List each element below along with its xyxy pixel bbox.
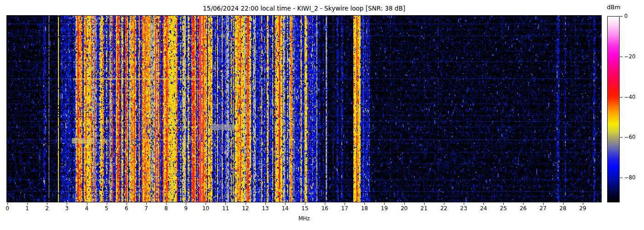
x-tick-mark: [246, 203, 246, 205]
x-tick-label: 27: [536, 205, 550, 212]
x-tick-mark: [186, 203, 186, 205]
plot-area: [6, 15, 602, 202]
x-tick-mark: [87, 203, 87, 205]
x-tick-label: 7: [139, 205, 153, 212]
colorbar-tick-label: −20: [624, 53, 643, 60]
x-tick-label: 18: [357, 205, 371, 212]
x-tick-mark: [27, 203, 28, 205]
colorbar-tick-label: −40: [624, 94, 643, 100]
x-tick-mark: [47, 203, 47, 205]
x-axis-label: MHz: [258, 215, 350, 222]
colorbar: [607, 16, 620, 202]
x-tick-label: 22: [437, 205, 451, 212]
x-tick-label: 13: [259, 205, 272, 212]
x-tick-mark: [583, 203, 583, 205]
x-tick-mark: [7, 203, 8, 205]
x-tick-label: 10: [199, 205, 213, 212]
x-tick-label: 19: [377, 205, 391, 212]
x-tick-mark: [265, 203, 266, 205]
x-tick-mark: [206, 203, 206, 205]
x-tick-mark: [404, 203, 405, 205]
x-tick-mark: [483, 203, 484, 205]
x-tick-mark: [503, 203, 504, 205]
x-tick-mark: [424, 203, 425, 205]
colorbar-gradient: [608, 17, 619, 202]
colorbar-tick-mark: [620, 178, 622, 178]
x-tick-label: 15: [298, 205, 312, 212]
x-tick-label: 23: [457, 205, 471, 212]
colorbar-tick-label: −60: [624, 134, 643, 140]
waterfall-canvas: [6, 15, 602, 202]
colorbar-tick-label: −80: [624, 174, 643, 181]
x-tick-label: 25: [496, 205, 510, 212]
x-tick-mark: [543, 203, 544, 205]
x-tick-mark: [67, 203, 67, 205]
x-tick-label: 4: [80, 205, 94, 212]
x-tick-label: 20: [397, 205, 411, 212]
x-tick-label: 1: [20, 205, 34, 212]
x-tick-label: 12: [239, 205, 253, 212]
x-tick-label: 28: [556, 205, 570, 212]
spectrogram-chart: 15/06/2024 22:00 local time - KIWI_2 - S…: [0, 0, 644, 230]
colorbar-tick-label: 0: [624, 13, 643, 19]
colorbar-tick-mark: [620, 137, 622, 138]
x-tick-label: 9: [179, 205, 193, 212]
x-tick-mark: [384, 203, 385, 205]
x-tick-mark: [166, 203, 167, 205]
x-tick-label: 11: [218, 205, 232, 212]
x-tick-label: 5: [100, 205, 114, 212]
x-tick-label: 29: [576, 205, 590, 212]
x-tick-label: 26: [516, 205, 530, 212]
x-tick-label: 17: [338, 205, 351, 212]
x-tick-mark: [523, 203, 523, 205]
x-tick-label: 24: [477, 205, 490, 212]
x-tick-label: 21: [417, 205, 431, 212]
x-tick-mark: [364, 203, 365, 205]
x-tick-label: 3: [60, 205, 74, 212]
x-tick-mark: [345, 203, 345, 205]
colorbar-title: dBm: [601, 4, 627, 11]
x-tick-label: 8: [159, 205, 173, 212]
x-tick-label: 0: [0, 205, 14, 212]
x-tick-mark: [126, 203, 127, 205]
x-tick-mark: [146, 203, 147, 205]
colorbar-tick-mark: [620, 97, 622, 98]
x-tick-mark: [563, 203, 564, 205]
x-tick-label: 16: [318, 205, 332, 212]
x-tick-label: 14: [278, 205, 292, 212]
x-tick-mark: [285, 203, 286, 205]
x-tick-mark: [325, 203, 325, 205]
x-tick-mark: [464, 203, 464, 205]
colorbar-tick-mark: [620, 16, 622, 17]
x-tick-mark: [305, 203, 305, 205]
x-tick-mark: [107, 203, 107, 205]
colorbar-tick-mark: [620, 57, 622, 57]
chart-title: 15/06/2024 22:00 local time - KIWI_2 - S…: [6, 5, 602, 12]
x-tick-mark: [225, 203, 226, 205]
x-tick-mark: [444, 203, 444, 205]
x-tick-label: 6: [120, 205, 133, 212]
x-tick-label: 2: [40, 205, 54, 212]
